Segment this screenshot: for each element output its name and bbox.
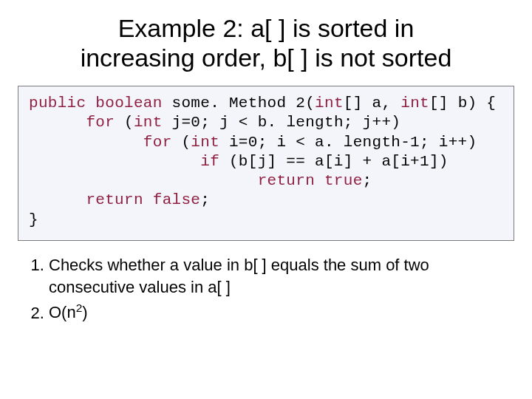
- code-line-6: return false;: [29, 191, 503, 210]
- code-line-4: if (b[j] == a[i] + a[i+1]): [29, 152, 503, 171]
- code-line-5: return true;: [29, 171, 503, 191]
- code-block: public boolean some. Method 2(int[] a, i…: [18, 86, 514, 241]
- code-line-1: public boolean some. Method 2(int[] a, i…: [29, 94, 503, 113]
- list-item-1: Checks whether a value in b[ ] equals th…: [49, 254, 514, 298]
- list-item-2: O(n2): [49, 301, 514, 324]
- title-line-2: increasing order, b[ ] is not sorted: [81, 44, 452, 72]
- code-line-2: for (int j=0; j < b. length; j++): [29, 113, 503, 132]
- notes-list: Checks whether a value in b[ ] equals th…: [18, 254, 514, 324]
- code-line-3: for (int i=0; i < a. length-1; i++): [29, 133, 503, 152]
- title-line-1: Example 2: a[ ] is sorted in: [118, 14, 415, 42]
- slide-title: Example 2: a[ ] is sorted in increasing …: [18, 13, 514, 72]
- slide: Example 2: a[ ] is sorted in increasing …: [0, 0, 532, 399]
- code-line-7: }: [29, 211, 503, 230]
